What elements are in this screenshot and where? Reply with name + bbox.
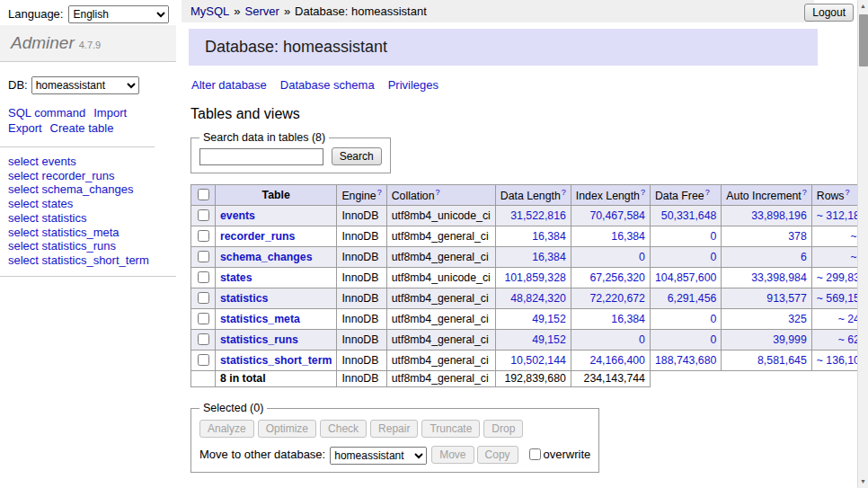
search-fieldset: Search data in tables (8) Search: [190, 131, 391, 173]
data-free-link[interactable]: 104,857,600: [655, 271, 716, 284]
drop-button[interactable]: Drop: [483, 420, 523, 438]
index-length-link[interactable]: 16,384: [611, 230, 645, 243]
scroll-up-icon[interactable]: ▲: [858, 0, 868, 13]
index-length-link[interactable]: 72,220,672: [589, 292, 645, 305]
index-length-link[interactable]: 16,384: [611, 313, 645, 325]
move-button[interactable]: Move: [431, 446, 474, 464]
auto-increment-link[interactable]: 33,398,984: [751, 271, 807, 284]
optimize-button[interactable]: Optimize: [258, 420, 316, 438]
column-help-link[interactable]: ?: [377, 188, 382, 197]
sidebar-table-link[interactable]: select statistics_meta: [8, 226, 168, 240]
sidebar-table-link[interactable]: select recorder_runs: [8, 169, 168, 183]
data-length-link[interactable]: 48,824,320: [510, 292, 566, 305]
sidebar-table-link[interactable]: select events: [8, 155, 168, 169]
breadcrumb-link-server[interactable]: Server: [245, 4, 279, 18]
index-length-link[interactable]: 67,256,320: [589, 271, 645, 284]
sidebar-table-link[interactable]: select statistics: [8, 211, 168, 226]
data-free-link[interactable]: 6,291,456: [668, 292, 717, 305]
copy-button[interactable]: Copy: [477, 446, 518, 464]
column-help-link[interactable]: ?: [562, 188, 566, 197]
data-free-link[interactable]: 188,743,680: [655, 354, 716, 367]
breadcrumb-link-mysql[interactable]: MySQL: [190, 4, 229, 18]
table-name-link[interactable]: events: [220, 209, 255, 222]
table-name-cell: events: [216, 206, 337, 226]
auto-increment-link[interactable]: 913,577: [766, 292, 806, 305]
column-help-link[interactable]: ?: [641, 188, 645, 197]
check-button[interactable]: Check: [320, 420, 367, 438]
sidebar-table-link[interactable]: select states: [8, 197, 168, 211]
auto-increment-cell: 8,581,645: [722, 350, 811, 371]
db-action-link[interactable]: Privileges: [388, 78, 438, 92]
db-action-link[interactable]: Alter database: [191, 78, 267, 92]
data-length-cell: 31,522,816: [495, 206, 571, 226]
row-checkbox[interactable]: [198, 354, 209, 366]
scrollbar-thumb[interactable]: [859, 14, 868, 67]
data-length-link[interactable]: 101,859,328: [504, 271, 565, 284]
row-checkbox[interactable]: [198, 251, 209, 262]
data-length-link[interactable]: 49,152: [532, 333, 566, 346]
data-length-link[interactable]: 31,522,816: [510, 209, 566, 222]
row-checkbox[interactable]: [198, 313, 209, 324]
auto-increment-link[interactable]: 39,999: [773, 333, 807, 346]
table-name-link[interactable]: statistics_meta: [220, 313, 300, 325]
auto-increment-link[interactable]: 325: [788, 313, 807, 325]
logout-button[interactable]: Logout: [804, 4, 854, 22]
sidebar-action-link[interactable]: SQL command: [8, 105, 85, 120]
auto-increment-link[interactable]: 378: [788, 230, 807, 243]
sidebar-table-link[interactable]: select statistics_short_term: [8, 253, 168, 268]
table-name-link[interactable]: statistics: [220, 292, 268, 305]
overwrite-checkbox[interactable]: [529, 448, 541, 460]
scrollbar[interactable]: ▲ ▼: [857, 0, 868, 488]
auto-increment-link[interactable]: 6: [801, 251, 807, 263]
repair-button[interactable]: Repair: [370, 420, 418, 438]
overwrite-label: overwrite: [544, 448, 591, 461]
data-length-cell: 16,384: [495, 247, 571, 268]
data-length-link[interactable]: 16,384: [532, 251, 566, 263]
column-help-link[interactable]: ?: [705, 188, 710, 197]
row-checkbox[interactable]: [198, 230, 209, 242]
language-select[interactable]: English: [68, 5, 169, 23]
data-length-link[interactable]: 49,152: [532, 313, 566, 325]
check-all-checkbox[interactable]: [198, 189, 209, 200]
index-length-link[interactable]: 0: [639, 333, 645, 346]
column-help-link[interactable]: ?: [802, 188, 807, 197]
index-length-cell: 16,384: [571, 226, 650, 247]
table-name-link[interactable]: statistics_short_term: [220, 354, 332, 367]
sidebar-action-link[interactable]: Export: [8, 120, 42, 136]
auto-increment-link[interactable]: 33,898,196: [751, 209, 807, 222]
data-length-link[interactable]: 10,502,144: [510, 354, 566, 367]
index-length-link[interactable]: 24,166,400: [589, 354, 645, 367]
search-button[interactable]: Search: [332, 147, 382, 165]
move-db-select[interactable]: homeassistant: [330, 447, 427, 465]
row-checkbox[interactable]: [198, 271, 209, 283]
data-length-link[interactable]: 16,384: [532, 230, 566, 243]
data-length-cell: 49,152: [495, 330, 571, 350]
row-checkbox[interactable]: [198, 333, 209, 345]
index-length-link[interactable]: 70,467,584: [589, 209, 645, 222]
sidebar-table-link[interactable]: select statistics_runs: [8, 239, 168, 253]
scroll-down-icon[interactable]: ▼: [858, 475, 868, 488]
sidebar-table-link[interactable]: select schema_changes: [8, 182, 168, 197]
table-name-link[interactable]: schema_changes: [220, 251, 313, 263]
column-help-link[interactable]: ?: [436, 188, 440, 197]
data-free-link[interactable]: 0: [711, 333, 717, 346]
db-action-link[interactable]: Database schema: [280, 78, 375, 92]
index-length-link[interactable]: 0: [639, 251, 645, 263]
row-checkbox[interactable]: [198, 209, 209, 221]
data-free-link[interactable]: 0: [711, 313, 717, 325]
sidebar-action-link[interactable]: Create table: [50, 120, 114, 136]
data-free-link[interactable]: 0: [711, 230, 717, 243]
data-free-link[interactable]: 0: [711, 251, 717, 263]
table-name-link[interactable]: statistics_runs: [220, 333, 298, 346]
row-checkbox[interactable]: [198, 292, 209, 304]
search-input[interactable]: [199, 148, 323, 165]
db-select[interactable]: homeassistant: [31, 76, 139, 94]
analyze-button[interactable]: Analyze: [199, 420, 254, 438]
auto-increment-link[interactable]: 8,581,645: [757, 354, 807, 367]
data-free-link[interactable]: 50,331,648: [661, 209, 717, 222]
truncate-button[interactable]: Truncate: [421, 420, 480, 438]
sidebar-action-link[interactable]: Import: [93, 105, 127, 120]
table-name-link[interactable]: recorder_runs: [220, 230, 295, 243]
table-name-link[interactable]: states: [220, 271, 252, 284]
column-help-link[interactable]: ?: [846, 188, 850, 197]
